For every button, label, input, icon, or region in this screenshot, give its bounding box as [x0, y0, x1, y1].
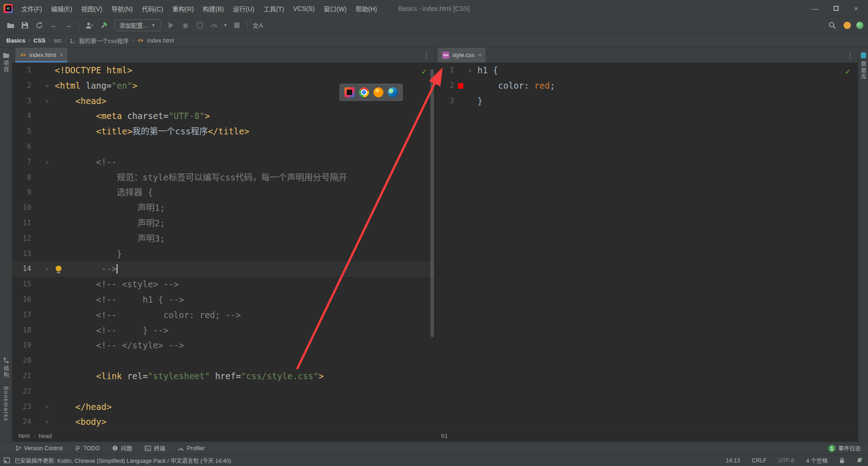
code-with-me-icon[interactable] [856, 22, 863, 29]
breadcrumb-module[interactable]: CSS [33, 37, 46, 44]
user-profile-icon[interactable] [84, 19, 95, 31]
menu-code[interactable]: 代码(C) [138, 2, 167, 15]
indent-widget[interactable]: 4 个空格 [806, 456, 828, 465]
toolwindow-project-button[interactable]: 项目 [2, 52, 10, 73]
builtin-preview-icon[interactable] [344, 87, 354, 97]
line-number[interactable]: 3 [435, 94, 457, 109]
line-number[interactable]: 12 [12, 231, 34, 247]
stop-icon[interactable] [231, 19, 243, 31]
editor-index-html[interactable]: 1<!DOCTYPE html>2∨<html lang="en">3∨ <he… [12, 63, 434, 430]
breadcrumb-project[interactable]: Basics [6, 37, 25, 44]
toolwindow-bookmarks-button[interactable]: Bookmarks [3, 386, 9, 422]
editor-line[interactable]: 3} [435, 94, 858, 109]
fold-marker-icon[interactable]: ∨ [465, 63, 475, 78]
line-number[interactable]: 16 [12, 292, 34, 308]
tab-close-icon[interactable]: × [478, 52, 482, 58]
line-number[interactable]: 14 [12, 262, 34, 277]
editor-line[interactable]: 23∧ </head> [12, 399, 434, 415]
code-text[interactable]: <title>我的第一个css程序</title> [52, 124, 434, 139]
maximize-icon[interactable] [834, 5, 839, 12]
fold-marker-icon[interactable]: ∨ [42, 155, 52, 170]
code-text[interactable]: <!-- </style> --> [52, 338, 434, 353]
editor-style-css[interactable]: 1∨h1 {2 color: red;3} ✓ [435, 63, 858, 430]
code-text[interactable] [52, 353, 434, 369]
toolwindow-profiler-button[interactable]: Profiler [178, 445, 205, 452]
tab-more-icon[interactable]: ⋮ [842, 51, 858, 59]
toolwindow-structure-button[interactable]: 结构 [2, 357, 10, 378]
coverage-icon[interactable] [194, 19, 206, 31]
line-number[interactable]: 3 [12, 94, 34, 109]
menu-vcs[interactable]: VCS(S) [289, 3, 319, 14]
toolwindow-terminal-button[interactable]: 终端 [145, 444, 165, 452]
line-number[interactable]: 4 [12, 109, 34, 124]
editor-line[interactable]: 14∧ --> [12, 262, 434, 277]
line-number[interactable]: 6 [12, 139, 34, 155]
line-ending-widget[interactable]: CRLF [752, 457, 767, 464]
line-number[interactable]: 1 [12, 63, 34, 78]
editor-line[interactable]: 17 <!-- color: red; --> [12, 308, 434, 323]
editor-line[interactable]: 6 [12, 139, 434, 155]
code-text[interactable]: <!-- color: red; --> [52, 308, 434, 323]
code-text[interactable]: color: red; [475, 78, 858, 94]
line-number[interactable]: 2 [435, 78, 457, 94]
editor-line[interactable]: 18 <!-- } --> [12, 323, 434, 338]
editor-line[interactable]: 4 <meta charset="UTF-8"> [12, 109, 434, 124]
code-text[interactable]: 声明1; [52, 200, 434, 216]
line-number[interactable]: 18 [12, 323, 34, 338]
menu-window[interactable]: 窗口(W) [320, 2, 351, 15]
code-text[interactable]: h1 { [475, 63, 858, 78]
line-number[interactable]: 7 [12, 155, 34, 170]
code-text[interactable]: <!-- [52, 155, 434, 170]
edge-browser-icon[interactable] [388, 87, 398, 97]
firefox-browser-icon[interactable] [373, 87, 383, 97]
run-configuration-select[interactable]: 添加配置... ▼ [114, 19, 160, 31]
code-text[interactable]: </head> [52, 399, 434, 415]
line-number[interactable]: 21 [12, 369, 34, 384]
editor-line[interactable]: 22 [12, 384, 434, 399]
build-hammer-icon[interactable] [98, 19, 110, 31]
search-everywhere-icon[interactable] [826, 19, 838, 31]
close-icon[interactable]: × [854, 5, 858, 12]
update-available-icon[interactable] [844, 22, 851, 29]
editor-line[interactable]: 16 <!-- h1 { --> [12, 292, 434, 308]
line-number[interactable]: 20 [12, 353, 34, 369]
line-number[interactable]: 15 [12, 277, 34, 292]
editor-line[interactable]: 21 <link rel="stylesheet" href="css/styl… [12, 369, 434, 384]
fold-marker-icon[interactable]: ∨ [42, 94, 52, 109]
code-text[interactable]: 选择器 { [52, 185, 434, 200]
line-number[interactable]: 17 [12, 308, 34, 323]
toolwindow-todo-button[interactable]: TODO [75, 445, 99, 452]
debug-icon[interactable] [179, 19, 191, 31]
tab-more-icon[interactable]: ⋮ [419, 51, 434, 59]
editor-scrollbar[interactable] [430, 69, 434, 337]
back-icon[interactable]: ← [48, 19, 60, 31]
menu-navigate[interactable]: 导航(N) [107, 2, 137, 15]
code-text[interactable]: 规范：style标签可以编写css代码，每一个声明用分号隔开 [52, 170, 434, 185]
line-number[interactable]: 24 [12, 414, 34, 430]
crumb-html[interactable]: html [19, 433, 30, 439]
breadcrumb-src[interactable]: src [54, 37, 61, 44]
sync-icon[interactable] [33, 19, 45, 31]
status-message[interactable]: 已安装插件更新: Kotlin, Chinese (Simplified) La… [14, 456, 231, 465]
gutter-icon-area[interactable] [457, 78, 465, 94]
code-text[interactable]: } [475, 94, 858, 109]
code-text[interactable]: 声明2; [52, 216, 434, 231]
editor-line[interactable]: 15 <!-- <style> --> [12, 277, 434, 292]
encoding-widget[interactable]: UTF-8 [778, 457, 794, 464]
line-number[interactable]: 13 [12, 247, 34, 262]
caret-position-widget[interactable]: 14:13 [726, 457, 740, 464]
editor-line[interactable]: 1<!DOCTYPE html> [12, 63, 434, 78]
editor-line[interactable]: 13 } [12, 247, 434, 262]
open-icon[interactable] [5, 19, 16, 31]
line-number[interactable]: 11 [12, 216, 34, 231]
fold-marker-icon[interactable]: ∨ [42, 414, 52, 430]
line-number[interactable]: 23 [12, 399, 34, 415]
toolwindow-problems-button[interactable]: 问题 [112, 444, 132, 452]
code-text[interactable] [52, 384, 434, 399]
menu-refactor[interactable]: 重构(R) [168, 2, 198, 15]
editor-line[interactable]: 7∨ <!-- [12, 155, 434, 170]
editor-line[interactable]: 12 声明3; [12, 231, 434, 247]
save-icon[interactable] [19, 19, 31, 31]
code-text[interactable]: 声明3; [52, 231, 434, 247]
code-text[interactable]: <!-- <style> --> [52, 277, 434, 292]
